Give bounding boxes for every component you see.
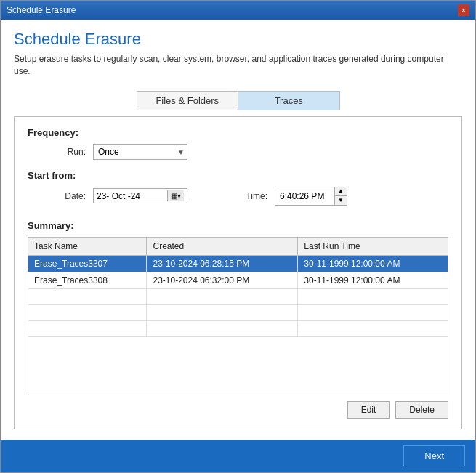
- date-value: 23- Oct -24: [97, 191, 167, 201]
- time-group: Time: 6:40:26 PM ▲ ▼: [209, 187, 347, 206]
- time-value: 6:40:26 PM: [275, 189, 334, 203]
- edit-button[interactable]: Edit: [347, 401, 390, 419]
- tabs-row: Files & Folders Traces: [137, 91, 340, 110]
- calendar-button[interactable]: ▦▾: [167, 190, 184, 201]
- startfrom-label: Start from:: [28, 170, 448, 181]
- time-input[interactable]: 6:40:26 PM ▲ ▼: [275, 187, 347, 206]
- col-task-name: Task Name: [28, 238, 147, 256]
- time-down-button[interactable]: ▼: [335, 196, 347, 205]
- run-select[interactable]: Once Daily Weekly Monthly: [93, 144, 187, 160]
- window: Schedule Erasure × Schedule Erasure Setu…: [0, 0, 476, 473]
- frequency-row: Run: Once Daily Weekly Monthly ▼: [28, 144, 448, 160]
- empty-row: [28, 304, 448, 320]
- startfrom-row: Date: 23- Oct -24 ▦▾ Time: 6:40:26 PM ▲ …: [28, 187, 448, 206]
- time-spinners: ▲ ▼: [334, 187, 347, 205]
- footer-bar: Next: [1, 440, 475, 472]
- table-header-row: Task Name Created Last Run Time: [28, 238, 448, 256]
- summary-table: Task Name Created Last Run Time Erase_Tr…: [28, 238, 448, 337]
- col-created: Created: [147, 238, 298, 256]
- summary-label: Summary:: [28, 220, 448, 231]
- table-row[interactable]: Erase_Traces330823-10-2024 06:32:00 PM30…: [28, 272, 448, 288]
- delete-button[interactable]: Delete: [395, 401, 448, 419]
- empty-row: [28, 288, 448, 304]
- next-button[interactable]: Next: [403, 445, 465, 466]
- close-button[interactable]: ×: [458, 4, 469, 16]
- date-label: Date:: [28, 191, 86, 201]
- empty-row: [28, 320, 448, 336]
- col-last-run-time: Last Run Time: [298, 238, 448, 256]
- main-content: Schedule Erasure Setup erasure tasks to …: [1, 20, 475, 440]
- page-description: Setup erasure tasks to regularly scan, c…: [14, 53, 462, 78]
- table-row[interactable]: Erase_Traces330723-10-2024 06:28:15 PM30…: [28, 255, 448, 272]
- title-bar-text: Schedule Erasure: [7, 5, 76, 15]
- time-label: Time:: [209, 191, 267, 201]
- run-select-wrapper[interactable]: Once Daily Weekly Monthly ▼: [93, 144, 187, 160]
- time-up-button[interactable]: ▲: [335, 187, 347, 196]
- page-title: Schedule Erasure: [14, 30, 462, 49]
- date-input[interactable]: 23- Oct -24 ▦▾: [93, 188, 187, 203]
- table-wrapper: Task Name Created Last Run Time Erase_Tr…: [28, 237, 448, 395]
- run-label: Run:: [28, 147, 86, 157]
- title-bar: Schedule Erasure ×: [1, 1, 475, 20]
- frequency-label: Frequency:: [28, 127, 448, 138]
- main-box: Frequency: Run: Once Daily Weekly Monthl…: [14, 116, 462, 429]
- tab-traces[interactable]: Traces: [238, 91, 340, 110]
- calendar-icon: ▦▾: [171, 192, 181, 200]
- bottom-buttons: Edit Delete: [28, 401, 448, 419]
- summary-section: Summary: Task Name Created Last Run Time…: [28, 220, 448, 419]
- tab-files-folders[interactable]: Files & Folders: [137, 91, 238, 110]
